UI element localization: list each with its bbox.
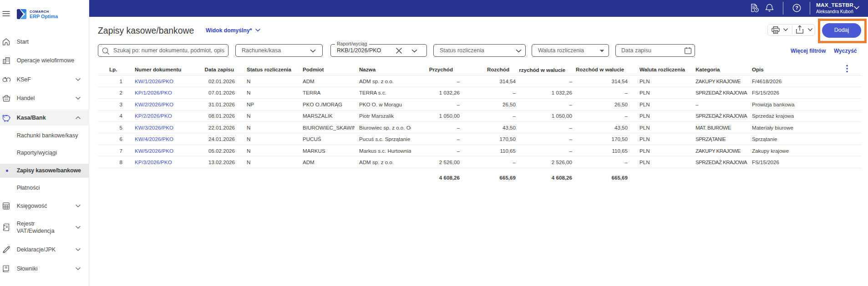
svg-text:?: ? [795, 5, 798, 10]
